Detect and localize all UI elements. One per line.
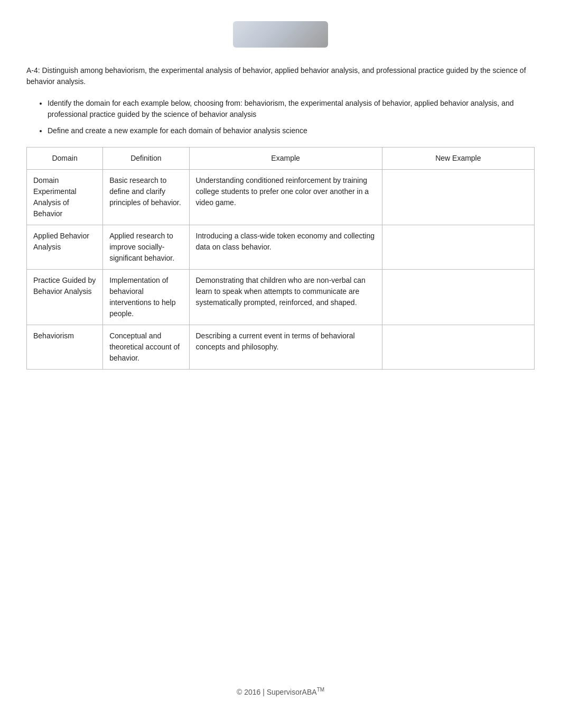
instruction-item-2: Define and create a new example for each… — [48, 125, 535, 136]
footer: © 2016 | SupervisorABATM — [0, 687, 561, 696]
cell-definition-1: Applied research to improve socially-sig… — [103, 225, 189, 270]
domains-table: Domain Definition Example New Example Do… — [26, 147, 535, 370]
cell-domain-3: Behaviorism — [27, 325, 103, 370]
cell-example-1: Introducing a class-wide token economy a… — [189, 225, 382, 270]
cell-definition-2: Implementation of behavioral interventio… — [103, 270, 189, 325]
table-header-row: Domain Definition Example New Example — [27, 148, 535, 170]
col-header-example: Example — [189, 148, 382, 170]
cell-example-3: Describing a current event in terms of b… — [189, 325, 382, 370]
task-header: A-4: Distinguish among behaviorism, the … — [26, 65, 535, 87]
cell-new-example-3[interactable] — [382, 325, 534, 370]
cell-definition-0: Basic research to define and clarify pri… — [103, 170, 189, 225]
footer-text: © 2016 | SupervisorABATM — [237, 688, 324, 696]
instruction-item-1: Identify the domain for each example bel… — [48, 98, 535, 120]
table-row: Applied Behavior AnalysisApplied researc… — [27, 225, 535, 270]
cell-new-example-2[interactable] — [382, 270, 534, 325]
cell-domain-2: Practice Guided by Behavior Analysis — [27, 270, 103, 325]
cell-new-example-0[interactable] — [382, 170, 534, 225]
cell-definition-3: Conceptual and theoretical account of be… — [103, 325, 189, 370]
col-header-new-example: New Example — [382, 148, 534, 170]
cell-domain-1: Applied Behavior Analysis — [27, 225, 103, 270]
instructions-list: Identify the domain for each example bel… — [48, 98, 535, 136]
cell-domain-0: Domain Experimental Analysis of Behavior — [27, 170, 103, 225]
logo — [233, 21, 328, 48]
table-row: BehaviorismConceptual and theoretical ac… — [27, 325, 535, 370]
logo-area — [26, 21, 535, 49]
col-header-definition: Definition — [103, 148, 189, 170]
trademark-symbol: TM — [317, 687, 324, 693]
col-header-domain: Domain — [27, 148, 103, 170]
table-row: Domain Experimental Analysis of Behavior… — [27, 170, 535, 225]
cell-example-2: Demonstrating that children who are non-… — [189, 270, 382, 325]
cell-new-example-1[interactable] — [382, 225, 534, 270]
cell-example-0: Understanding conditioned reinforcement … — [189, 170, 382, 225]
table-row: Practice Guided by Behavior AnalysisImpl… — [27, 270, 535, 325]
